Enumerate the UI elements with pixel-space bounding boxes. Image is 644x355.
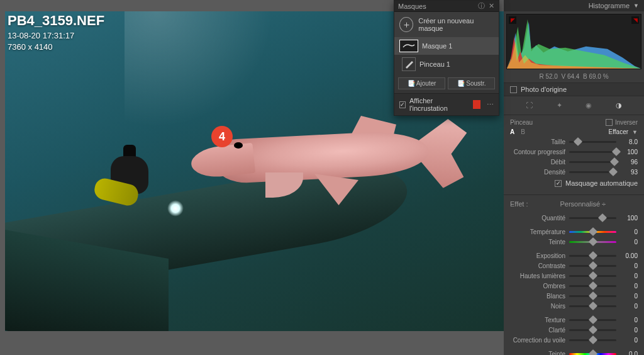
mask-icon[interactable]: ◑: [616, 101, 622, 110]
chevron-down-icon[interactable]: ▼: [632, 129, 638, 135]
mask-add-button[interactable]: 📑 Ajouter: [398, 77, 445, 89]
slider-ombres[interactable]: Ombres 0: [510, 281, 638, 291]
slider-noirs[interactable]: Noirs 0: [510, 301, 638, 311]
masks-panel-header[interactable]: Masques ⓘ ✕: [394, 1, 499, 12]
slider-quantite[interactable]: Quantité 100: [510, 213, 638, 223]
histogram-title: Histogramme: [589, 2, 630, 9]
image-dimensions: 7360 x 4140: [8, 42, 104, 52]
chevron-down-icon[interactable]: ▼: [633, 3, 639, 9]
add-mask-icon[interactable]: ＋: [399, 17, 413, 32]
overlay-color-swatch[interactable]: [473, 100, 480, 109]
automask-label: Masquage automatique: [565, 179, 638, 187]
mask-item-1[interactable]: Masque 1: [394, 37, 499, 55]
overlay-menu-icon[interactable]: ⋯: [487, 101, 494, 109]
effect-preset[interactable]: Personnalisé ÷: [560, 200, 606, 208]
slider-clarte[interactable]: Clarté 0: [510, 325, 638, 335]
erase-tab[interactable]: Effacer: [609, 128, 629, 135]
close-icon[interactable]: ✕: [487, 3, 495, 10]
overlay-checkbox[interactable]: ✓: [399, 101, 406, 108]
image-metadata: PB4_3159.NEF 13-08-20 17:31:17 7360 x 41…: [8, 13, 104, 52]
slider-exposition[interactable]: Exposition 0.00: [510, 251, 638, 261]
brush-a-tab[interactable]: A: [510, 128, 514, 135]
slider-highlights[interactable]: Hautes lumières 0: [510, 271, 638, 281]
overlay-label: Afficher l'incrustation: [409, 97, 465, 112]
slider-temperature[interactable]: Température 0: [510, 227, 638, 237]
fish-mask-overlay: [208, 99, 459, 213]
capture-timestamp: 13-08-20 17:31:17: [8, 31, 104, 40]
mask-thumb: [399, 40, 418, 52]
invert-checkbox[interactable]: [606, 119, 613, 126]
effect-label: Effet :: [510, 200, 528, 208]
slider-taille[interactable]: Taille 8.0: [510, 137, 638, 147]
brush-section-label: Pinceau: [510, 119, 533, 126]
filename: PB4_3159.NEF: [8, 13, 104, 29]
crop-icon[interactable]: ⛶: [526, 101, 533, 110]
slider-teinte[interactable]: Teinte 0: [510, 237, 638, 247]
histogram-header[interactable]: Histogramme ▼: [504, 0, 644, 11]
invert-label: Inverser: [615, 119, 638, 126]
slider-hue[interactable]: Teinte 0.0: [510, 349, 638, 355]
slider-densite[interactable]: Densité 93: [510, 167, 638, 177]
step-marker: 4: [211, 126, 233, 147]
mask-subtract-button[interactable]: 📑 Soustr.: [448, 77, 495, 89]
image-viewport[interactable]: 4 PB4_3159.NEF 13-08-20 17:31:17 7360 x …: [0, 0, 504, 355]
original-checkbox[interactable]: [510, 86, 517, 93]
slider-voile[interactable]: Correction du voile 0: [510, 335, 638, 345]
histogram[interactable]: ◤ ◥: [506, 14, 641, 69]
mask-item-label: Masque 1: [422, 42, 452, 50]
info-icon[interactable]: ⓘ: [477, 3, 485, 10]
create-mask-label: Créer un nouveau masque: [418, 17, 494, 32]
mask-brush-item[interactable]: Pinceau 1: [394, 55, 499, 74]
brush-item-label: Pinceau 1: [419, 60, 450, 68]
slider-contraste[interactable]: Contraste 0: [510, 261, 638, 271]
rgb-readout: R 52.0 V 64.4 B 69.0 %: [504, 72, 644, 82]
diver: [94, 145, 176, 220]
original-label: Photo d'origine: [521, 86, 567, 93]
redeye-icon[interactable]: ◉: [586, 101, 592, 110]
heal-icon[interactable]: ✦: [557, 101, 562, 110]
slider-debit[interactable]: Débit 96: [510, 157, 638, 167]
slider-contour[interactable]: Contour progressif 100: [510, 147, 638, 157]
brush-b-tab[interactable]: B: [521, 128, 525, 135]
slider-texture[interactable]: Texture 0: [510, 315, 638, 325]
slider-blancs[interactable]: Blancs 0: [510, 291, 638, 301]
automask-checkbox[interactable]: ✓: [555, 180, 562, 187]
brush-icon: [402, 57, 416, 71]
masks-panel-title: Masques: [398, 3, 426, 10]
right-sidebar: Histogramme ▼ ◤ ◥ R 52.0 V 64.4 B 69.0 %…: [504, 0, 644, 355]
create-mask-row[interactable]: ＋ Créer un nouveau masque: [394, 12, 499, 37]
masks-panel[interactable]: Masques ⓘ ✕ ＋ Créer un nouveau masque Ma…: [394, 0, 499, 116]
tool-mode-strip: ⛶ ✦ ◉ ◑: [504, 96, 644, 115]
